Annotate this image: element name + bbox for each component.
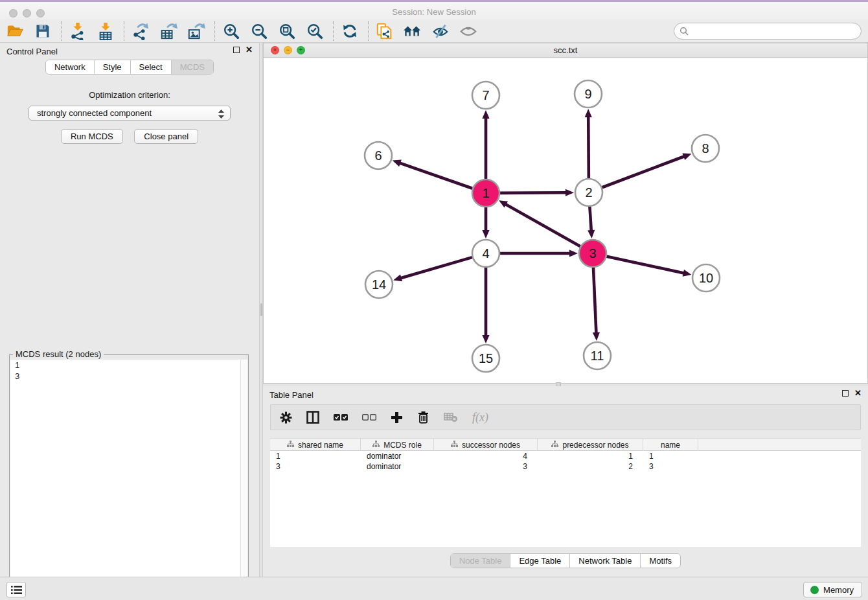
export-network-icon[interactable] [131, 21, 150, 41]
toolbar-separator [124, 21, 124, 41]
node-table[interactable]: shared nameMCDS rolesuccessor nodesprede… [270, 438, 861, 547]
network-title: scc.txt [264, 43, 867, 55]
org-chart-icon [372, 441, 380, 450]
close-panel-button[interactable]: Close panel [134, 129, 198, 144]
search-icon [680, 27, 689, 38]
tab-style[interactable]: Style [94, 60, 130, 74]
table-tab-network-table[interactable]: Network Table [569, 554, 640, 568]
select-all-columns-icon[interactable] [334, 413, 348, 421]
control-panel: Control Panel ✕ NetworkStyleSelectMCDS O… [0, 43, 259, 577]
control-panel-title: Control Panel [6, 47, 58, 56]
org-chart-icon [451, 441, 458, 450]
close-panel-icon[interactable]: ✕ [854, 390, 862, 397]
delete-column-icon[interactable] [417, 411, 429, 424]
table-tabs: Node TableEdge TableNetwork TableMotifs [450, 553, 681, 568]
column-header-shared-name[interactable]: shared name [270, 439, 361, 451]
toolbar-separator [61, 21, 62, 41]
cell-mcds-role[interactable]: dominator [361, 461, 434, 472]
table-row[interactable]: 1dominator411 [270, 451, 861, 461]
column-header-successor-nodes[interactable]: successor nodes [434, 439, 538, 451]
new-network-from-selection-icon[interactable] [375, 21, 394, 41]
import-network-icon[interactable] [68, 21, 87, 41]
graph-edge-3-10[interactable] [606, 257, 684, 273]
graph-edge-2-3[interactable] [589, 207, 591, 231]
tab-mcds[interactable]: MCDS [171, 60, 213, 74]
splitter-grip[interactable] [260, 303, 262, 316]
tab-select[interactable]: Select [130, 60, 171, 74]
table-tab-motifs[interactable]: Motifs [640, 554, 680, 568]
toolbar-separator [333, 21, 334, 41]
import-table-icon[interactable] [96, 21, 115, 41]
edge-arrowhead [682, 153, 691, 159]
float-panel-icon[interactable] [842, 390, 849, 397]
task-history-button[interactable] [6, 582, 26, 597]
graph-edge-4-14[interactable] [400, 257, 472, 278]
org-chart-icon [551, 441, 558, 450]
cell-predecessor-nodes[interactable]: 1 [538, 451, 643, 461]
mcds-result-node[interactable]: 1 [10, 360, 247, 371]
graph-edge-1-2[interactable] [500, 192, 567, 193]
refresh-view-icon[interactable] [340, 21, 360, 41]
column-header-predecessor-nodes[interactable]: predecessor nodes [538, 439, 643, 451]
mcds-result-list[interactable]: 13 [10, 360, 247, 598]
zoom-in-icon[interactable] [222, 21, 241, 41]
table-tab-edge-table[interactable]: Edge Table [510, 554, 569, 568]
settings-icon[interactable] [280, 411, 292, 424]
minimize-network-button[interactable]: − [284, 46, 292, 54]
memory-button[interactable]: Memory [803, 582, 862, 597]
result-scrollbar[interactable] [240, 360, 247, 598]
close-panel-icon[interactable]: ✕ [246, 47, 253, 53]
show-all-icon[interactable] [459, 21, 478, 41]
zoom-selected-icon[interactable] [305, 21, 325, 41]
first-neighbors-icon[interactable] [403, 21, 422, 41]
network-window-titlebar: × − + scc.txt [264, 43, 867, 58]
column-header-name[interactable]: name [643, 439, 698, 451]
search-container [674, 23, 862, 40]
close-network-button[interactable]: × [271, 46, 279, 54]
cell-shared-name[interactable]: 3 [270, 461, 361, 472]
graph-node-label: 4 [482, 246, 489, 260]
maximize-network-button[interactable]: + [297, 46, 305, 54]
cell-name[interactable]: 3 [643, 461, 698, 472]
cell-shared-name[interactable]: 1 [270, 451, 361, 461]
memory-status-icon [810, 586, 819, 594]
hide-selected-icon[interactable] [431, 21, 450, 41]
toolbar-separator [214, 21, 215, 41]
cell-predecessor-nodes[interactable]: 2 [538, 461, 643, 472]
graph-edge-1-6[interactable] [399, 163, 472, 189]
network-window: × − + scc.txt 7968124314101511 [263, 43, 868, 384]
export-table-icon[interactable] [159, 21, 178, 41]
tab-network[interactable]: Network [46, 60, 94, 74]
control-panel-header: Control Panel ✕ [0, 43, 259, 60]
application-window: Session: New Session [0, 0, 868, 600]
edge-arrowhead [393, 160, 402, 167]
mcds-result-node[interactable]: 3 [10, 371, 247, 382]
zoom-out-icon[interactable] [249, 21, 269, 41]
cell-successor-nodes[interactable]: 4 [434, 451, 538, 461]
table-row[interactable]: 3dominator323 [270, 461, 861, 472]
cell-name[interactable]: 1 [643, 451, 698, 461]
column-layout-icon[interactable] [306, 411, 319, 424]
add-column-icon[interactable] [391, 411, 403, 424]
open-session-icon[interactable] [5, 21, 25, 41]
save-session-icon[interactable] [33, 21, 52, 41]
export-image-icon[interactable] [187, 21, 206, 41]
table-panel: Table Panel ✕ [263, 386, 868, 577]
search-input[interactable] [674, 23, 862, 40]
criterion-dropdown[interactable]: strongly connected component [29, 106, 231, 121]
float-panel-icon[interactable] [233, 47, 240, 53]
cell-successor-nodes[interactable]: 3 [434, 461, 538, 472]
run-mcds-button[interactable]: Run MCDS [61, 129, 123, 144]
zoom-fit-icon[interactable] [277, 21, 297, 41]
graph-edge-3-11[interactable] [593, 268, 597, 334]
column-header-mcds-role[interactable]: MCDS role [361, 439, 434, 451]
table-tab-node-table[interactable]: Node Table [451, 554, 510, 568]
delete-table-icon [444, 412, 458, 422]
network-canvas[interactable]: 7968124314101511 [264, 58, 867, 383]
graph-edge-3-1[interactable] [505, 204, 580, 247]
graph-edge-2-8[interactable] [602, 156, 685, 187]
deselect-all-columns-icon[interactable] [362, 413, 376, 421]
cell-mcds-role[interactable]: dominator [361, 451, 434, 461]
graph-node-label: 6 [374, 148, 382, 163]
graph-edge-2-9[interactable] [588, 116, 589, 178]
